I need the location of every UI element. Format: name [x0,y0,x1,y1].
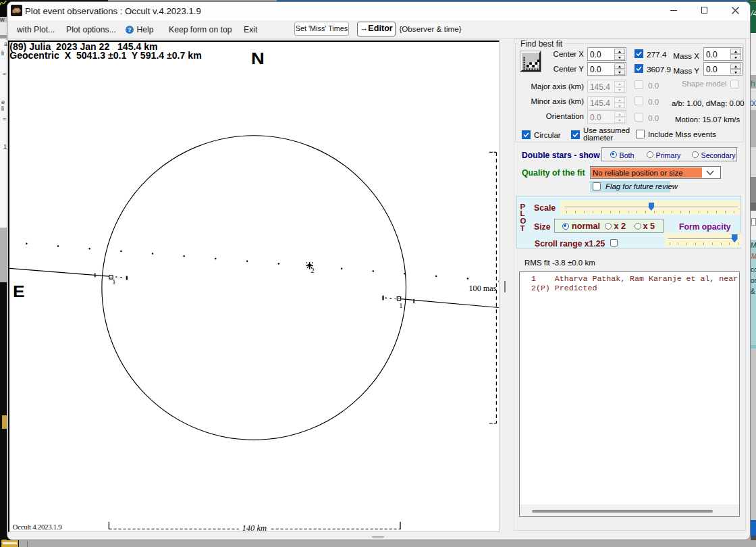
svg-text:2: 2 [311,267,315,274]
svg-text:1: 1 [112,278,115,286]
svg-text:Occult 4.2023.1.9: Occult 4.2023.1.9 [13,523,63,531]
svg-text:140 km: 140 km [242,523,267,531]
svg-text:100 mas: 100 mas [469,284,497,293]
svg-text:1: 1 [399,302,402,309]
